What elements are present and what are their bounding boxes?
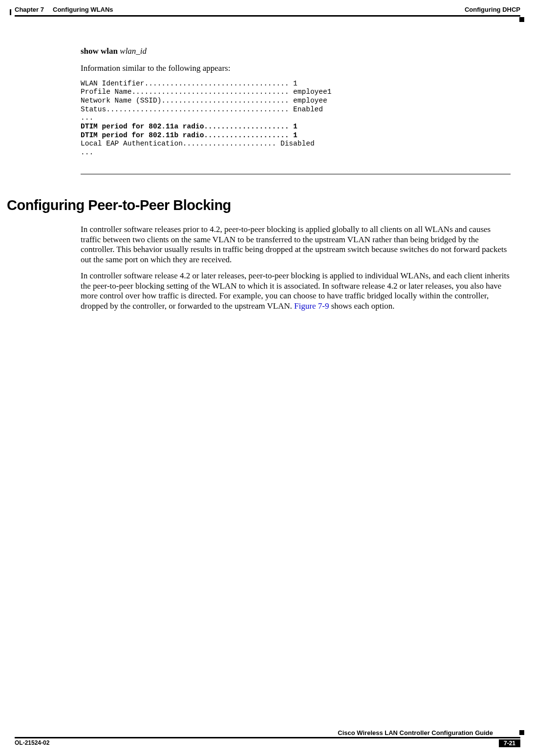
page-content: show wlan wlan_id Information similar to… [0,17,535,312]
paragraph: In controller software releases prior to… [81,225,511,265]
cli-line: Profile Name............................… [81,88,331,96]
footer-row: OL-21524-02 7-21 [15,739,520,747]
cli-line-bold: DTIM period for 802.11b radio...........… [81,131,298,139]
intro-text: Information similar to the following app… [81,63,511,73]
page-header: Chapter 7 Configuring WLANs Configuring … [0,0,535,13]
section-divider [81,174,511,174]
footer-rule [15,737,520,738]
cli-line: Local EAP Authentication................… [81,140,315,147]
command-line: show wlan wlan_id [81,46,511,56]
footer-marker-icon [519,730,524,735]
chapter-title: Configuring WLANs [53,6,113,13]
page-footer: Cisco Wireless LAN Controller Configurat… [15,729,520,747]
paragraph: In controller software release 4.2 or la… [81,271,511,312]
cli-line: ... [81,148,93,156]
cli-line: Network Name (SSID).....................… [81,97,327,105]
figure-link[interactable]: Figure 7-9 [294,301,329,311]
left-header-rule [10,9,11,15]
header-section: Configuring DHCP [465,6,520,13]
cli-line: Status..................................… [81,105,323,113]
cli-line: ... [81,114,93,122]
page-number-badge: 7-21 [499,739,520,747]
header-left: Chapter 7 Configuring WLANs [15,6,113,13]
header-marker-icon [519,17,524,22]
paragraph-text: shows each option. [329,301,394,311]
chapter-number: Chapter 7 [15,6,44,13]
command-keyword: show wlan [81,46,118,56]
cli-line-bold: DTIM period for 802.11a radio...........… [81,123,298,130]
footer-guide-title: Cisco Wireless LAN Controller Configurat… [15,729,520,736]
footer-doc-id: OL-21524-02 [15,739,49,747]
cli-output: WLAN Identifier.........................… [81,80,511,157]
command-argument: wlan_id [120,46,147,56]
cli-line: WLAN Identifier.........................… [81,80,298,87]
section-heading: Configuring Peer-to-Peer Blocking [0,196,511,214]
